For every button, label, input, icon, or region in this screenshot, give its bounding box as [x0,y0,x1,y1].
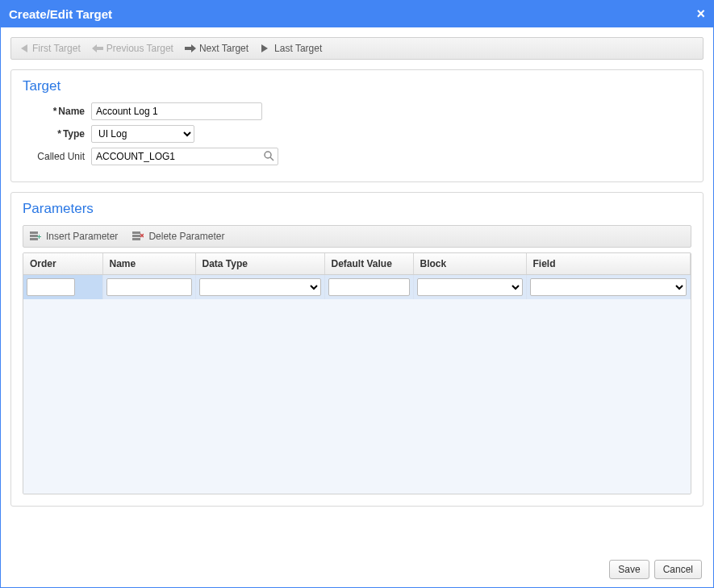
svg-rect-6 [132,235,140,237]
svg-rect-3 [30,235,38,237]
first-target-button[interactable]: First Target [18,43,81,54]
cancel-button[interactable]: Cancel [654,560,702,579]
insert-row-icon [30,231,41,241]
svg-point-0 [265,152,271,158]
col-default-value: Default Value [324,253,413,275]
search-icon[interactable] [264,151,274,161]
svg-rect-2 [30,231,38,234]
last-target-label: Last Target [274,43,322,54]
parameters-table: Order Name Data Type Default Value Block… [23,252,691,494]
arrow-left-icon [92,44,103,52]
last-target-button[interactable]: Last Target [260,43,322,54]
insert-parameter-label: Insert Parameter [46,231,118,242]
next-target-label: Next Target [199,43,248,54]
called-unit-row: Called Unit [23,148,691,165]
previous-target-label: Previous Target [106,43,173,54]
called-unit-input[interactable] [91,148,278,165]
name-row: *Name [23,102,691,120]
data-type-select[interactable] [199,278,321,296]
parameters-toolbar: Insert Parameter Delete Parameter [23,225,691,248]
col-block: Block [413,253,526,275]
dialog-footer: Save Cancel [609,560,702,579]
target-section-title: Target [23,78,691,94]
field-select[interactable] [530,278,687,296]
target-section: Target *Name *Type UI Log Called Unit [10,69,704,182]
parameters-section-title: Parameters [23,201,691,217]
previous-target-button[interactable]: Previous Target [92,43,173,54]
parameters-section: Parameters Insert Parameter Delete Param… [10,192,704,507]
delete-row-icon [132,231,144,241]
dialog-title: Create/Edit Target [9,7,112,21]
dialog-header: Create/Edit Target × [1,1,713,27]
col-field: Field [526,253,691,275]
col-order: Order [23,253,102,275]
close-icon[interactable]: × [696,6,705,23]
last-icon [260,44,271,53]
param-name-input[interactable] [106,278,192,296]
table-body-empty [23,299,691,494]
type-select[interactable]: UI Log [91,125,194,143]
save-button[interactable]: Save [609,560,649,579]
svg-rect-4 [30,238,38,240]
navigation-toolbar: First Target Previous Target Next Target… [10,37,704,60]
svg-line-1 [270,157,273,161]
first-icon [18,44,29,53]
col-name: Name [102,253,195,275]
type-row: *Type UI Log [23,125,691,143]
order-input[interactable] [27,278,75,296]
name-label: *Name [23,106,91,117]
arrow-right-icon [185,44,196,52]
first-target-label: First Target [32,43,81,54]
create-edit-target-dialog: Create/Edit Target × First Target Previo… [0,0,714,588]
block-select[interactable] [417,278,523,296]
table-row[interactable] [23,275,691,300]
col-data-type: Data Type [195,253,324,275]
next-target-button[interactable]: Next Target [185,43,248,54]
name-input[interactable] [91,102,262,120]
default-value-input[interactable] [328,278,410,296]
svg-rect-7 [132,238,140,240]
dialog-body: First Target Previous Target Next Target… [1,27,713,516]
insert-parameter-button[interactable]: Insert Parameter [30,231,118,242]
type-label: *Type [23,128,91,140]
delete-parameter-label: Delete Parameter [148,231,224,242]
called-unit-wrap [91,148,278,165]
called-unit-label: Called Unit [23,151,91,162]
table-header-row: Order Name Data Type Default Value Block… [23,253,691,275]
delete-parameter-button[interactable]: Delete Parameter [132,231,224,242]
svg-rect-5 [132,231,140,234]
